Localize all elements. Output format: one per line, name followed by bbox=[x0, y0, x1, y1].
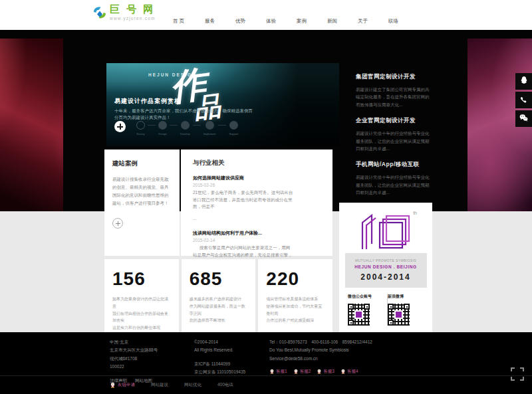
qq-icon bbox=[110, 382, 116, 388]
hero-steps: Survey Design Develop Implement Support bbox=[114, 121, 238, 136]
copyright-line: All Rights Reserved. bbox=[194, 346, 269, 354]
step-dash bbox=[193, 125, 201, 126]
stat-line: 项目管理标准及服务流程体系 bbox=[266, 296, 325, 303]
step-label: Support bbox=[229, 132, 238, 136]
service-title[interactable]: 手机网站/App/移动互联 bbox=[356, 161, 431, 169]
email-link[interactable]: Service@dede58.com.cn bbox=[269, 356, 318, 361]
services-column: 集团官网定制设计开发 易建设计建立了集团公司官网专属的高端定制化服务，旨在提升各… bbox=[356, 73, 431, 205]
main-nav: 首 页 服务 优势 体验 案例 新闻 关于 联络 bbox=[173, 0, 398, 30]
service-desc: 易建设计凭借十年的行业经验与专业化服务团队，让您的企业官网从满足预期目标到走向卓… bbox=[356, 173, 431, 196]
case-card-desc: 易建设计搜集收录行业最无敌的创意、最精美的视觉、最具国际化的意识和前瞻性思维的建… bbox=[112, 175, 172, 207]
qr-section: 微信公众账号 新浪微博 bbox=[339, 294, 432, 326]
tenth-suffix: th bbox=[413, 211, 417, 215]
nav-item-services[interactable]: 服务 bbox=[205, 18, 215, 25]
stat-line: 这是实力和自信的最佳体现 bbox=[112, 324, 171, 332]
weibo-qr-column: 新浪微博 bbox=[388, 294, 428, 326]
logo-icon bbox=[92, 4, 108, 24]
step-label: Survey bbox=[136, 132, 144, 136]
qq-agent-2[interactable]: 客服2 bbox=[293, 367, 311, 375]
qq-agent-label: 客服2 bbox=[300, 367, 311, 375]
qq-icon bbox=[293, 369, 299, 374]
nav-item-cases[interactable]: 案例 bbox=[297, 18, 307, 25]
step-1[interactable]: Survey bbox=[136, 121, 145, 136]
nav-item-home[interactable]: 首 页 bbox=[173, 18, 184, 25]
footer: 中国·北京 北京市大兴区大业路88号 现代城6#1708 100022 法律声明… bbox=[0, 332, 532, 394]
footer-divider bbox=[0, 375, 532, 376]
floating-contact-bar bbox=[515, 73, 532, 127]
case-card-title: 建站案例 bbox=[112, 159, 172, 168]
header: 巨 号 网 www.yzjuren.com 首 页 服务 优势 体验 案例 新闻… bbox=[0, 0, 532, 30]
article-excerpt: 21世纪，要么电子商务，要么无商可务。这句话出自谁口我已经不清楚，并且他当时还有… bbox=[193, 189, 294, 211]
anniversary-years: 2004-2014 bbox=[345, 272, 427, 282]
stat-line: 您的选择而不断增长 bbox=[190, 317, 248, 324]
stat-line: 如果为您量身设计的作品让您满意 bbox=[112, 296, 171, 310]
service-desc: 易建设计建立了集团公司官网专属的高端定制化服务，旨在提升各集团官网的有效传播与应… bbox=[356, 86, 431, 108]
icp-number: 京ICP备 11044099 bbox=[194, 360, 269, 368]
nav-item-experience[interactable]: 体验 bbox=[266, 18, 276, 25]
qq-icon bbox=[519, 76, 529, 87]
anniversary-brand: HEJUN DESIGN . BEIJING bbox=[345, 264, 427, 269]
expand-button[interactable] bbox=[509, 366, 526, 383]
stat-card-designs: 156 如果为您量身设计的作品让您满意 我们有理由相信合作的基础会更加夯实 这是… bbox=[104, 259, 179, 332]
step-circle-icon bbox=[205, 121, 214, 130]
footer-copyright-column: ©2004-2014 All Rights Reserved. 京ICP备 11… bbox=[194, 338, 269, 385]
weibo-qr-label: 新浪微博 bbox=[388, 294, 428, 300]
hero-plus-button[interactable] bbox=[114, 121, 126, 132]
address-line: 100022 bbox=[110, 363, 194, 371]
anniversary-box: MUTUALLY PROMOTE SYMBIOSIS HEJUN DESIGN … bbox=[345, 253, 427, 288]
link-website-seo[interactable]: 网站优化 bbox=[184, 382, 201, 388]
logo[interactable]: 巨 号 网 www.yzjuren.com bbox=[92, 4, 156, 24]
service-corporate-website: 企业官网定制设计开发 易建设计凭借十年的行业经验与专业化服务团队，让您的企业官网… bbox=[356, 117, 431, 152]
service-title[interactable]: 企业官网定制设计开发 bbox=[356, 117, 431, 125]
link-400-phone[interactable]: 400电话 bbox=[217, 382, 233, 388]
service-mobile-app: 手机网站/App/移动互联 易建设计凭借十年的行业经验与专业化服务团队，让您的企… bbox=[356, 161, 431, 196]
step-3[interactable]: Develop bbox=[180, 121, 190, 136]
service-title[interactable]: 集团官网定制设计开发 bbox=[356, 73, 431, 81]
news-card-title: 与行业相关 bbox=[193, 159, 321, 167]
service-group-website: 集团官网定制设计开发 易建设计建立了集团公司官网专属的高端定制化服务，旨在提升各… bbox=[356, 73, 431, 108]
stat-line: 越来越多的客户选择易建设计 bbox=[190, 296, 248, 303]
phone-contact-button[interactable] bbox=[515, 92, 532, 108]
case-studies-card: 建站案例 易建设计搜集收录行业最无敌的创意、最精美的视觉、最具国际化的意识和前瞻… bbox=[104, 149, 180, 256]
step-circle-icon bbox=[158, 121, 167, 130]
wechat-qr-code-icon bbox=[348, 304, 370, 326]
link-website-build[interactable]: 网站建设 bbox=[151, 382, 168, 388]
stat-card-projects: 220 项目管理标准及服务流程体系 使得项目更加成功，节约大量宝贵时间 合作过的… bbox=[258, 259, 332, 332]
article-title[interactable]: 如何选择网站建设供应商 bbox=[193, 175, 321, 181]
qq-agent-1[interactable]: 客服1 bbox=[269, 367, 287, 375]
nav-item-news[interactable]: 新闻 bbox=[327, 18, 337, 25]
bottom-link-label: 友链申请 bbox=[118, 382, 135, 388]
stat-value: 156 bbox=[112, 268, 171, 290]
weibo-qr-code-icon bbox=[388, 304, 410, 326]
article-title[interactable]: 浅谈网站结构如何利于用户体验... bbox=[193, 230, 321, 237]
stat-card-clients: 685 越来越多的客户选择易建设计 作为网站建设服务商，而这一数字正因 您的选择… bbox=[182, 259, 256, 332]
news-article[interactable]: 如何选择网站建设供应商 2015-02-26 21世纪，要么电子商务，要么无商可… bbox=[193, 175, 321, 223]
step-circle-icon bbox=[181, 121, 190, 130]
friend-link-request[interactable]: 友链申请 bbox=[110, 382, 135, 388]
qq-agent-4[interactable]: 客服4 bbox=[340, 367, 358, 375]
case-plus-button[interactable] bbox=[112, 218, 123, 229]
nav-item-advantages[interactable]: 优势 bbox=[235, 18, 245, 25]
qq-agent-3[interactable]: 客服3 bbox=[317, 367, 334, 375]
site-name: 巨 号 网 bbox=[110, 4, 156, 15]
qq-icon bbox=[340, 369, 346, 374]
address-line: 中国·北京 bbox=[110, 338, 194, 346]
step-4[interactable]: Implement bbox=[203, 121, 216, 136]
wechat-contact-button[interactable] bbox=[515, 110, 532, 127]
article-more-link[interactable]: ... bbox=[193, 216, 196, 221]
nav-item-contact[interactable]: 联络 bbox=[388, 18, 398, 25]
step-5[interactable]: Support bbox=[229, 121, 238, 136]
qq-contact-button[interactable] bbox=[515, 73, 532, 90]
article-date: 2015-02-26 bbox=[193, 183, 321, 187]
step-circle-icon bbox=[229, 121, 238, 130]
expand-icon bbox=[509, 374, 525, 384]
footer-columns: 中国·北京 北京市大兴区大业路88号 现代城6#1708 100022 法律声明… bbox=[110, 338, 456, 385]
hero-banner[interactable]: HEJUN DESIGN 作 品 易建设计作品案例赏析 十年来，服务客户达六百余… bbox=[106, 63, 339, 146]
wechat-icon bbox=[519, 113, 529, 125]
nav-item-about[interactable]: 关于 bbox=[358, 18, 368, 25]
bottom-link-label: 网站优化 bbox=[184, 382, 201, 388]
bottom-link-label: 400电话 bbox=[217, 382, 233, 388]
address-line: 北京市大兴区大业路88号 bbox=[110, 346, 194, 354]
step-2[interactable]: Design bbox=[158, 121, 167, 136]
footer-slogan: Do You Best,Mutually Promote Symbiosis bbox=[269, 346, 456, 354]
